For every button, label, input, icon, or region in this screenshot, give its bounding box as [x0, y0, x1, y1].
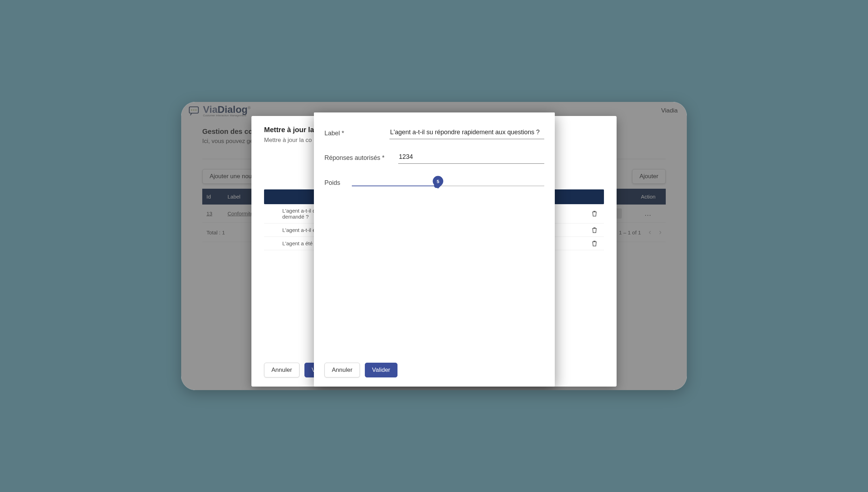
cancel-button[interactable]: Annuler	[264, 363, 300, 377]
weight-label: Poids	[324, 179, 342, 187]
weight-slider[interactable]: 5	[352, 176, 544, 190]
question-row-label: L'agent a-t-il é	[282, 227, 316, 233]
edit-question-modal: Label * Réponses autorisés * Poids 5 Ann…	[314, 112, 555, 387]
question-row-label: L'agent a-t-il d demandé ?	[282, 208, 316, 220]
label-field-label: Label *	[324, 130, 382, 139]
cancel-button[interactable]: Annuler	[324, 363, 360, 377]
responses-input[interactable]	[398, 151, 544, 164]
trash-icon[interactable]	[592, 241, 597, 246]
responses-field-label: Réponses autorisés *	[324, 154, 391, 164]
validate-button[interactable]: Valider	[365, 363, 398, 377]
slider-fill	[352, 186, 436, 186]
label-field-row: Label *	[324, 127, 544, 139]
device-frame: ViaDialog® Customer Interaction Manageme…	[181, 102, 687, 390]
trash-icon[interactable]	[592, 227, 597, 233]
label-input[interactable]	[389, 127, 544, 139]
weight-slider-row: Poids 5	[324, 176, 544, 190]
slider-thumb[interactable]	[434, 183, 439, 188]
responses-field-row: Réponses autorisés *	[324, 151, 544, 164]
edit-modal-actions: Annuler Valider	[324, 363, 397, 377]
trash-icon[interactable]	[592, 211, 597, 216]
question-row-label: L'agent a été ra	[282, 240, 319, 246]
